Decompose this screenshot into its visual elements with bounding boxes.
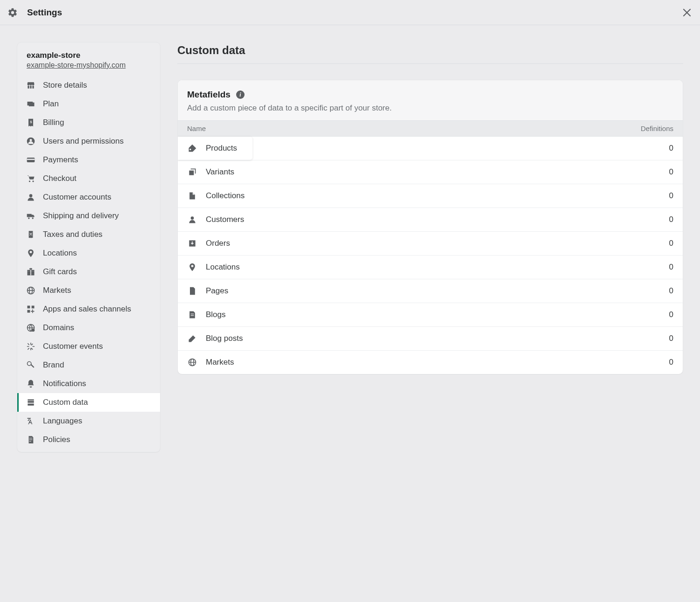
metafields-title: Metafields: [187, 90, 231, 100]
sidebar-item-plan[interactable]: Plan: [17, 95, 160, 113]
metafield-row-count: 0: [669, 310, 673, 319]
metafield-row-blogs[interactable]: Blogs0: [178, 303, 683, 327]
metafield-row-variants[interactable]: Variants0: [178, 160, 683, 184]
metafield-row-blog-posts[interactable]: Blog posts0: [178, 327, 683, 351]
sidebar-item-label: Checkout: [43, 174, 77, 183]
sidebar-item-domains[interactable]: Domains: [17, 318, 160, 337]
gift-icon: [26, 267, 36, 277]
spark-icon: [26, 341, 36, 352]
sidebar-item-policies[interactable]: Policies: [17, 430, 160, 449]
store-header: example-store example-store-myshopify.co…: [17, 42, 160, 76]
sidebar-item-label: Custom data: [43, 398, 88, 407]
metafield-row-label: Collections: [206, 191, 245, 201]
plan-icon: [26, 99, 36, 109]
sidebar-item-languages[interactable]: Languages: [17, 412, 160, 430]
sidebar-item-taxes-and-duties[interactable]: Taxes and duties: [17, 225, 160, 244]
apps-grid-icon: [26, 304, 36, 314]
sidebar-nav: Store detailsPlanBillingUsers and permis…: [17, 76, 160, 452]
tax-receipt-icon: [26, 229, 36, 240]
store-domain-link[interactable]: example-store-myshopify.com: [27, 61, 151, 69]
sidebar-item-notifications[interactable]: Notifications: [17, 374, 160, 393]
metafield-row-collections[interactable]: Collections0: [178, 184, 683, 208]
close-button[interactable]: [681, 7, 693, 18]
sidebar-item-label: Payments: [43, 155, 78, 165]
sidebar-item-label: Plan: [43, 99, 59, 109]
metafield-row-orders[interactable]: Orders0: [178, 232, 683, 256]
metafield-row-count: 0: [669, 263, 673, 272]
settings-sidebar: example-store example-store-myshopify.co…: [17, 42, 161, 452]
globe-icon: [26, 285, 36, 296]
sidebar-item-label: Markets: [43, 286, 71, 295]
person-icon: [187, 215, 197, 225]
order-inbox-icon: [187, 238, 197, 249]
metafield-row-customers[interactable]: Customers0: [178, 208, 683, 232]
metafield-row-count: 0: [669, 167, 673, 177]
sidebar-item-label: Billing: [43, 118, 64, 127]
sidebar-item-store-details[interactable]: Store details: [17, 76, 160, 95]
sidebar-item-label: Locations: [43, 249, 77, 258]
database-icon: [26, 397, 36, 408]
sidebar-item-label: Customer events: [43, 342, 103, 351]
credit-card-icon: [26, 155, 36, 165]
user-circle-icon: [26, 136, 36, 146]
tag-icon: [187, 143, 197, 153]
sidebar-item-apps-and-sales-channels[interactable]: Apps and sales channels: [17, 300, 160, 318]
sidebar-item-locations[interactable]: Locations: [17, 244, 160, 263]
metafield-row-count: 0: [669, 215, 673, 224]
settings-topbar: Settings: [0, 0, 700, 25]
main-content: Custom data Metafields i Add a custom pi…: [177, 42, 683, 374]
brand-flag-icon: [26, 360, 36, 370]
sidebar-item-label: Gift cards: [43, 267, 77, 277]
metafields-subtitle: Add a custom piece of data to a specific…: [187, 104, 673, 113]
sidebar-item-shipping-and-delivery[interactable]: Shipping and delivery: [17, 207, 160, 225]
metafield-row-count: 0: [669, 334, 673, 343]
metafield-row-count: 0: [669, 144, 673, 153]
bell-icon: [26, 379, 36, 389]
blog-icon: [187, 310, 197, 320]
divider: [177, 63, 683, 64]
metafield-row-label: Orders: [206, 239, 230, 248]
truck-icon: [26, 211, 36, 221]
metafield-row-markets[interactable]: Markets0: [178, 351, 683, 374]
sidebar-item-billing[interactable]: Billing: [17, 113, 160, 132]
sidebar-item-label: Users and permissions: [43, 137, 124, 146]
metafield-row-label: Markets: [206, 358, 234, 367]
location-pin-icon: [187, 262, 197, 272]
variant-icon: [187, 167, 197, 177]
store-name: example-store: [27, 51, 151, 60]
translate-icon: [26, 416, 36, 426]
page-icon: [187, 286, 197, 296]
metafields-card: Metafields i Add a custom piece of data …: [177, 80, 683, 374]
sidebar-item-customer-events[interactable]: Customer events: [17, 337, 160, 356]
sidebar-item-gift-cards[interactable]: Gift cards: [17, 263, 160, 281]
metafields-card-header: Metafields i Add a custom piece of data …: [178, 80, 683, 120]
sidebar-item-users-and-permissions[interactable]: Users and permissions: [17, 132, 160, 151]
metafield-row-locations[interactable]: Locations0: [178, 256, 683, 279]
person-icon: [26, 192, 36, 202]
metafield-row-count: 0: [669, 358, 673, 367]
sidebar-item-markets[interactable]: Markets: [17, 281, 160, 300]
sidebar-item-checkout[interactable]: Checkout: [17, 169, 160, 188]
sidebar-item-customer-accounts[interactable]: Customer accounts: [17, 188, 160, 207]
sidebar-item-label: Store details: [43, 81, 87, 90]
storefront-icon: [26, 80, 36, 90]
metafield-row-label: Pages: [206, 286, 228, 296]
metafield-row-products[interactable]: Products0: [178, 137, 683, 160]
metafield-row-count: 0: [669, 286, 673, 296]
metafield-row-pages[interactable]: Pages0: [178, 279, 683, 303]
column-name: Name: [187, 125, 206, 132]
sidebar-item-label: Brand: [43, 360, 64, 370]
domain-globe-icon: [26, 323, 36, 333]
info-icon[interactable]: i: [236, 90, 245, 99]
globe-icon: [187, 357, 197, 367]
sidebar-item-brand[interactable]: Brand: [17, 356, 160, 374]
sidebar-item-custom-data[interactable]: Custom data: [17, 393, 160, 412]
column-definitions: Definitions: [641, 125, 673, 132]
sidebar-item-payments[interactable]: Payments: [17, 151, 160, 169]
metafield-row-count: 0: [669, 191, 673, 201]
location-pin-icon: [26, 248, 36, 258]
metafield-row-label: Products: [206, 144, 237, 153]
metafield-row-label: Variants: [206, 167, 234, 177]
page-title: Custom data: [177, 44, 683, 57]
cart-icon: [26, 173, 36, 184]
